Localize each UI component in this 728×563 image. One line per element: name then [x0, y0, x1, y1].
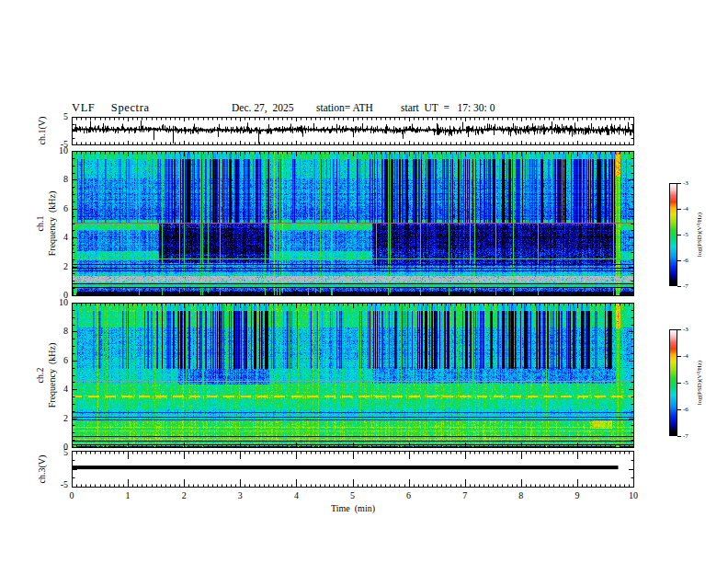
- colorbar-tick-label: -3: [683, 180, 688, 187]
- colorbar-tick: [677, 356, 681, 357]
- ch1-waveform-plot: [72, 117, 634, 145]
- spec2-frequency-axis-label: Frequency (kHz): [48, 343, 57, 408]
- spec1-y-tick-label: 6: [40, 204, 68, 213]
- time-axis-label: Time (min): [325, 504, 381, 513]
- colorbar-tick: [677, 286, 681, 287]
- spec2-y-tick-label: 8: [40, 327, 68, 336]
- spec2-y-tick-label: 6: [40, 356, 68, 365]
- colorbar-tick-label: -3: [683, 327, 688, 333]
- spec1-y-tick-label: 10: [40, 146, 68, 155]
- colorbar-tick-label: -5: [683, 380, 688, 386]
- spec1-y-tick-label: 2: [40, 262, 68, 271]
- spec2-y-tick-label: 2: [40, 414, 68, 423]
- ch1-spectrogram: [72, 151, 634, 296]
- colorbar-tick: [677, 235, 681, 236]
- colorbar-tick-label: -6: [683, 407, 688, 413]
- x-tick-label: 6: [395, 491, 423, 500]
- spec1-y-tick-label: 4: [40, 233, 68, 242]
- colorbar-tick-label: -7: [683, 433, 688, 440]
- x-tick-label: 0: [58, 491, 85, 500]
- colorbar-tick: [677, 183, 681, 184]
- colorbar-tick-label: -4: [683, 353, 688, 360]
- colorbar-tick: [677, 329, 681, 330]
- x-tick-label: 4: [282, 491, 310, 500]
- colorbar-tick: [677, 436, 681, 437]
- spec1-frequency-axis-label: Frequency (kHz): [48, 191, 57, 257]
- spec2-y-tick-label: 4: [40, 385, 68, 394]
- colorbar-tick: [677, 209, 681, 210]
- ch3-voltage-axis-label: ch.3(V): [38, 455, 47, 484]
- colorbar-tick-label: -4: [683, 206, 688, 213]
- spec1-y-tick-label: 8: [40, 175, 68, 184]
- colorbar-tick-label: -5: [683, 232, 688, 238]
- colorbar-tick-label: -7: [683, 283, 688, 290]
- ch2-spectrogram: [72, 303, 634, 448]
- x-tick-label: 5: [339, 491, 367, 500]
- colorbar-ch2: [669, 329, 677, 436]
- spec1-channel-label: ch.1: [36, 216, 45, 232]
- ch3-y-tick-label: -5: [40, 480, 68, 489]
- plot-station: station= ATH: [316, 103, 373, 114]
- x-tick-label: 8: [507, 491, 535, 500]
- colorbar-tick: [677, 260, 681, 261]
- x-tick-label: 9: [563, 491, 591, 500]
- ch1-y-tick-label: 5: [40, 112, 68, 121]
- colorbar2-label: log(PSD)(V²/Hz): [697, 361, 703, 405]
- x-tick-label: 3: [226, 491, 254, 500]
- x-tick-label: 10: [620, 491, 647, 500]
- x-tick-label: 1: [114, 491, 142, 500]
- ch3-y-tick-label: 5: [40, 448, 68, 457]
- plot-date: Dec. 27, 2025: [232, 103, 293, 114]
- plot-title: VLF Spectra: [72, 102, 150, 114]
- x-tick-label: 7: [451, 491, 479, 500]
- plot-start-ut: start UT = 17: 30: 0: [401, 103, 495, 114]
- spec2-y-tick-label: 10: [40, 298, 68, 307]
- colorbar1-label: log(PSD)(V²/Hz): [697, 213, 703, 257]
- spec2-channel-label: ch.2: [36, 368, 45, 384]
- ch3-waveform-plot: [72, 451, 634, 488]
- colorbar-tick: [677, 383, 681, 384]
- colorbar-tick: [677, 409, 681, 410]
- vlf-spectra-plot: VLF Spectra Dec. 27, 2025 station= ATH s…: [0, 0, 728, 563]
- colorbar-ch1: [669, 183, 677, 286]
- colorbar-tick-label: -6: [683, 258, 688, 264]
- x-tick-label: 2: [170, 491, 198, 500]
